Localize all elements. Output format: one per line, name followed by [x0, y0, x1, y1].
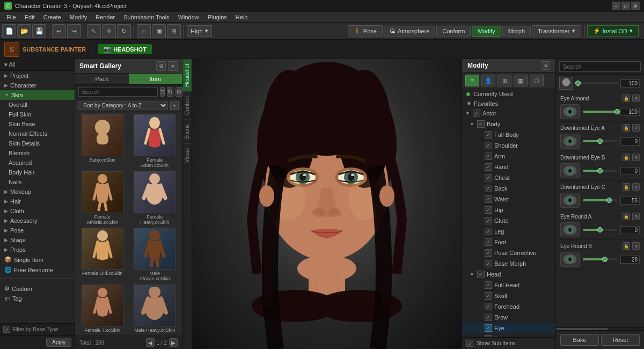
morph-eye-checkbox[interactable]: ✓: [485, 324, 492, 332]
tree-item-body-hair[interactable]: Body Hair: [0, 168, 75, 177]
tree-item-acquired[interactable]: Acquired: [0, 158, 75, 168]
morph-leg[interactable]: ✓ Leg: [462, 226, 555, 237]
menu-window[interactable]: Window: [174, 13, 203, 21]
slider-eye-almond-icon1[interactable]: 🔒: [623, 94, 630, 102]
morph-hip[interactable]: ✓ Hip: [462, 205, 555, 215]
menu-modify[interactable]: Modify: [65, 13, 91, 21]
morph-hip-checkbox[interactable]: ✓: [485, 206, 492, 214]
filter-checkbox[interactable]: ✓: [3, 326, 10, 333]
tree-item-overall[interactable]: Overall: [0, 100, 75, 110]
sort-select[interactable]: Sort by Category : A to Z: [78, 101, 168, 110]
slider-eye-round-a-value[interactable]: [620, 226, 640, 234]
morph-brow[interactable]: ✓ Brow: [462, 312, 555, 323]
morph-actor-checkbox[interactable]: ✓: [473, 110, 480, 117]
gallery-item-male-heavy[interactable]: Male Heavy.ccSkin: [130, 285, 180, 334]
gallery-search-input[interactable]: [78, 87, 158, 97]
morph-skull[interactable]: ✓ Skull: [462, 290, 555, 301]
tree-item-free-resource[interactable]: 🌐 Free Resource: [0, 265, 75, 275]
slider-eye-almond-handle[interactable]: [614, 109, 620, 114]
tree-item-character[interactable]: ▶ Character: [0, 81, 75, 90]
menu-create[interactable]: Create: [39, 13, 65, 21]
morph-mode-button[interactable]: Morph: [502, 26, 531, 37]
morph-full-body[interactable]: ✓ Full Body: [462, 129, 555, 140]
tree-item-pose[interactable]: ▶ Pose: [0, 226, 75, 235]
modify-mode-button[interactable]: Modify: [472, 26, 501, 37]
slider-downturned-eye-a-handle[interactable]: [597, 139, 603, 144]
tree-item-accessory[interactable]: ▶ Accessory: [0, 216, 75, 226]
morph-foot[interactable]: ✓ Foot: [462, 237, 555, 248]
apply-button[interactable]: Apply: [46, 338, 71, 347]
tree-item-stage[interactable]: ▶ Stage: [0, 235, 75, 245]
gallery-prev-button[interactable]: ◀: [146, 338, 155, 347]
morph-full-body-checkbox[interactable]: ✓: [485, 131, 492, 139]
morph-hand-checkbox[interactable]: ✓: [485, 163, 492, 171]
tree-item-single-item[interactable]: 📦 Single Item: [0, 255, 75, 265]
show-sub-items-checkbox[interactable]: ✓: [466, 340, 473, 347]
morph-shoulder[interactable]: ✓ Shoulder: [462, 140, 555, 151]
gallery-settings2-icon[interactable]: ⚙: [175, 87, 182, 97]
morph-shoulder-checkbox[interactable]: ✓: [485, 142, 492, 149]
insta-lod-button[interactable]: ⚡ InstaLOD▾: [587, 25, 639, 37]
menu-plugins[interactable]: Plugins: [203, 13, 231, 21]
morph-forehead[interactable]: ✓ Forehead: [462, 301, 555, 312]
gallery-filter-icon[interactable]: ≡: [160, 87, 165, 97]
tree-item-blemish[interactable]: Blemish: [0, 148, 75, 158]
morph-full-head-checkbox[interactable]: ✓: [485, 281, 492, 289]
morph-base-morph[interactable]: ✓ Base Morph: [462, 258, 555, 269]
save-button[interactable]: 💾: [32, 24, 46, 38]
morph-foot-checkbox[interactable]: ✓: [485, 238, 492, 246]
side-tab-headshot[interactable]: Headshot: [182, 59, 192, 91]
modify-tab-body[interactable]: ⊞: [497, 75, 511, 86]
menu-help[interactable]: Help: [231, 13, 252, 21]
transformer-mode-button[interactable]: Transformer▾: [532, 25, 581, 37]
morph-head[interactable]: ▼ ✓ Head: [462, 269, 555, 280]
morph-arm[interactable]: ✓ Arm: [462, 151, 555, 162]
gallery-item-female-heavy[interactable]: Female Heavy.ccSkin: [130, 171, 180, 226]
side-tab-visual[interactable]: Visual: [182, 143, 192, 167]
morph-brow-checkbox[interactable]: ✓: [485, 314, 492, 321]
gallery-settings-icon[interactable]: ⚙: [156, 61, 166, 71]
morph-chest[interactable]: ✓ Chest: [462, 172, 555, 183]
morph-arm-checkbox[interactable]: ✓: [485, 152, 492, 160]
slider-downturned-eye-b-icon1[interactable]: 🔒: [623, 154, 630, 161]
close-button[interactable]: ✕: [631, 2, 640, 10]
gallery-item-female-asian[interactable]: Female Asian.ccSkin: [130, 114, 180, 169]
tree-item-props[interactable]: ▶ Props: [0, 245, 75, 255]
slider-eye-round-b-handle[interactable]: [602, 257, 608, 262]
gallery-tab-pack[interactable]: Pack: [75, 74, 129, 84]
gallery-close-icon[interactable]: ✕: [168, 61, 178, 71]
conform-mode-button[interactable]: Conform: [436, 26, 471, 37]
headshot-badge[interactable]: 📷 HEADSHOT: [98, 44, 152, 54]
menu-render[interactable]: Render: [91, 13, 119, 21]
view-grid-button[interactable]: ⊞: [167, 24, 181, 38]
morph-skull-checkbox[interactable]: ✓: [485, 292, 492, 300]
new-button[interactable]: 📄: [2, 24, 16, 38]
tree-item-project[interactable]: ▶ Project: [0, 71, 75, 81]
tree-item-full-skin[interactable]: Full Skin: [0, 110, 75, 119]
slider-downturned-eye-c-handle[interactable]: [606, 198, 612, 203]
slider-eye-round-a-icon2[interactable]: ⚙: [632, 213, 640, 220]
minimize-button[interactable]: ─: [612, 2, 620, 10]
gallery-item-male-african[interactable]: Male African.ccSkin: [130, 228, 180, 282]
morph-pose-corrective[interactable]: ✓ Pose Corrective: [462, 248, 555, 258]
sort-order-icon[interactable]: ▼: [170, 101, 179, 110]
tree-item-normal-effects[interactable]: Normal Effects: [0, 129, 75, 139]
reset-button[interactable]: Reset: [601, 334, 640, 346]
top-value-input[interactable]: [620, 79, 640, 88]
morph-actor[interactable]: ▼ ✓ Actor: [462, 108, 555, 119]
slider-downturned-eye-c-value[interactable]: [620, 197, 640, 205]
morph-waist[interactable]: ✓ Waist: [462, 194, 555, 205]
morph-eye[interactable]: ✓ Eye: [462, 323, 555, 333]
morph-body[interactable]: ▼ ✓ Body: [462, 119, 555, 129]
move-button[interactable]: ✛: [102, 24, 116, 38]
slider-eye-almond-value[interactable]: [620, 108, 640, 116]
pose-mode-button[interactable]: 🚶 Pose: [348, 25, 383, 37]
substance-icon[interactable]: S: [4, 42, 19, 57]
morph-base-morph-checkbox[interactable]: ✓: [485, 260, 492, 267]
modify-tab-sliders[interactable]: ≡: [465, 75, 479, 86]
gallery-item-female7[interactable]: Female 7.ccSkin: [77, 285, 128, 334]
slider-search-input[interactable]: [559, 61, 641, 72]
menu-submission-tools[interactable]: Submission Tools: [119, 13, 173, 21]
slider-eye-round-b-value[interactable]: [620, 256, 640, 264]
gallery-tab-item[interactable]: Item: [129, 74, 182, 84]
